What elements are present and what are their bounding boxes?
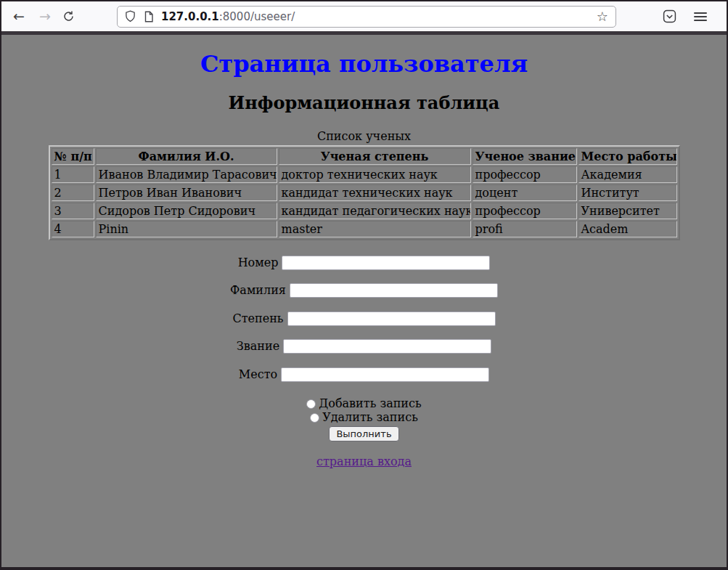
cell-number: 2 <box>52 184 94 201</box>
cell-name: Pinin <box>96 221 277 237</box>
surname-label: Фамилия <box>230 283 286 297</box>
action-radio-group: Добавить запись Удалить запись <box>1 396 727 424</box>
url-bar[interactable]: 127.0.0.1:8000/useeer/ ☆ <box>117 6 616 28</box>
record-form: Номер Фамилия Степень Звание Место Добав… <box>1 255 727 441</box>
number-input[interactable] <box>282 256 490 270</box>
cell-degree: доктор технических наук <box>279 166 471 183</box>
form-row-place: Место <box>1 367 727 382</box>
page-subtitle: Информационная таблица <box>1 92 727 113</box>
place-label: Место <box>239 367 277 381</box>
rank-label: Звание <box>237 339 279 353</box>
table-row: 4 Pinin master profi Academ <box>52 221 677 237</box>
cell-name: Сидоров Петр Сидорович <box>96 203 277 219</box>
cell-workplace: Академия <box>578 166 677 183</box>
cell-workplace: Институт <box>578 184 677 201</box>
cell-name: Иванов Владимир Тарасович <box>96 166 277 183</box>
cell-degree: кандидат педагогических наук <box>279 203 471 219</box>
reload-icon[interactable] <box>62 10 75 23</box>
cell-workplace: Academ <box>578 221 677 237</box>
table-header-row: № п/п Фамилия И.О. Ученая степень Ученое… <box>52 148 677 165</box>
surname-input[interactable] <box>290 283 498 298</box>
window-bottom-edge <box>1 567 727 570</box>
login-page-link[interactable]: страница входа <box>316 455 412 468</box>
cell-number: 3 <box>52 203 94 219</box>
form-row-number: Номер <box>1 255 727 270</box>
place-input[interactable] <box>281 367 489 382</box>
page-content: Страница пользователя Информационная таб… <box>1 35 727 567</box>
radio-row-add: Добавить запись <box>1 396 727 410</box>
page-icon[interactable] <box>144 11 154 23</box>
cell-rank: доцент <box>473 184 577 201</box>
form-row-surname: Фамилия <box>1 283 727 298</box>
back-icon[interactable]: ← <box>10 9 28 23</box>
cell-degree: master <box>279 221 471 237</box>
number-label: Номер <box>238 256 279 269</box>
cell-degree: кандидат технических наук <box>279 184 471 201</box>
degree-label: Степень <box>232 312 283 325</box>
table-row: 1 Иванов Владимир Тарасович доктор техни… <box>52 166 677 183</box>
form-row-rank: Звание <box>1 339 727 354</box>
url-text: 127.0.0.1:8000/useeer/ <box>161 10 295 23</box>
cell-rank: профессор <box>473 203 577 219</box>
radio-row-delete: Удалить запись <box>1 410 727 424</box>
link-row: страница входа <box>1 455 727 468</box>
pocket-icon[interactable] <box>663 9 676 23</box>
exec-row: Выполнить <box>1 426 727 441</box>
table-caption: Список ученых <box>49 129 680 145</box>
page-title: Страница пользователя <box>1 50 727 78</box>
delete-record-radio[interactable] <box>310 413 319 423</box>
execute-button[interactable]: Выполнить <box>329 426 398 441</box>
col-header-number: № п/п <box>52 148 94 165</box>
forward-icon: → <box>36 9 54 23</box>
table-row: 2 Петров Иван Иванович кандидат техничес… <box>52 184 677 201</box>
cell-name: Петров Иван Иванович <box>96 184 277 201</box>
url-host: 127.0.0.1 <box>161 10 219 23</box>
col-header-degree: Ученая степень <box>279 148 471 165</box>
table-row: 3 Сидоров Петр Сидорович кандидат педаго… <box>52 203 677 219</box>
delete-record-label: Удалить запись <box>322 410 418 424</box>
browser-window: ← → 127.0.0.1:8000/useeer/ ☆ <box>0 0 728 570</box>
cell-number: 1 <box>52 166 94 183</box>
col-header-name: Фамилия И.О. <box>96 148 277 165</box>
form-row-degree: Степень <box>1 311 727 326</box>
scientists-table: Список ученых № п/п Фамилия И.О. Ученая … <box>49 129 680 240</box>
cell-number: 4 <box>52 221 94 237</box>
cell-rank: профессор <box>473 166 577 183</box>
cell-workplace: Университет <box>578 203 677 219</box>
hamburger-menu-icon[interactable] <box>694 12 707 21</box>
cell-rank: profi <box>473 221 577 237</box>
add-record-radio[interactable] <box>306 399 316 409</box>
degree-input[interactable] <box>287 312 496 326</box>
rank-input[interactable] <box>283 339 491 354</box>
add-record-label: Добавить запись <box>319 396 421 410</box>
bookmark-star-icon[interactable]: ☆ <box>597 10 608 23</box>
shield-icon[interactable] <box>125 10 136 23</box>
col-header-rank: Ученое звание <box>473 148 577 165</box>
browser-toolbar: ← → 127.0.0.1:8000/useeer/ ☆ <box>1 1 727 31</box>
url-path: :8000/useeer/ <box>219 10 295 23</box>
col-header-workplace: Место работы <box>578 148 677 165</box>
